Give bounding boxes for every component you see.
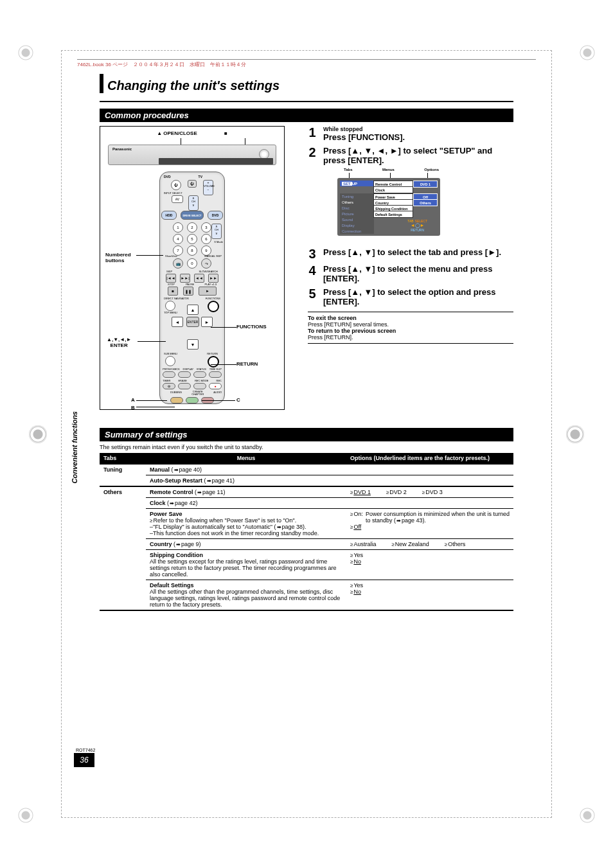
row-others-remote: Others Remote Control (page 11) DVD 1 DV… <box>100 486 513 498</box>
vol-minus: − <box>204 188 213 191</box>
side-section-label: Convenient functions <box>71 411 78 483</box>
create-chapter-button <box>186 397 199 403</box>
prev-body: Press [RETURN]. <box>308 334 353 341</box>
num-6-button: 6 <box>201 234 211 244</box>
tab-tuning: Tuning <box>340 193 374 199</box>
dpad-left: ◄ <box>172 317 183 327</box>
timer-label: TIMER <box>163 379 170 382</box>
crop-mark-br <box>580 808 595 823</box>
timer-button: ⊙ <box>163 383 175 389</box>
status-button <box>193 371 206 378</box>
registration-mark-right <box>566 425 584 443</box>
manual-page-ref: page 40) <box>179 466 202 473</box>
tab-tuning-label: Tuning <box>100 464 146 475</box>
timeslip-label: TIME SLIP <box>209 368 222 371</box>
title-underline <box>100 101 513 102</box>
row-others-shipping: Shipping Condition All the settings exce… <box>100 550 513 580</box>
volume-rocker: + VOLUME − <box>203 180 213 195</box>
exit-title: To exit the screen <box>308 315 357 321</box>
tabs-column-label: Tabs <box>344 168 353 172</box>
dvd-player-illustration: Panasonic <box>108 145 276 165</box>
powersave-note1: Refer to the following when "Power Save"… <box>150 517 296 524</box>
remote-body: DVD TV ⏻ ⏻ + VOLUME − INPUT SELECT <box>159 172 225 404</box>
hdd-button: HDD <box>161 211 177 220</box>
hdr-options: Options (Underlined items are the factor… <box>346 453 513 464</box>
clock-page-ref: page 42) <box>175 500 198 506</box>
front-panel <box>159 158 273 164</box>
submenu-button <box>165 356 175 366</box>
powersave-on-desc: Power consumption is minimized when the … <box>366 511 510 524</box>
row-others-clock: Clock (page 42) <box>100 498 513 509</box>
shipping-no: No <box>353 558 361 565</box>
book-meta-strip: 7462L.book 36 ページ ２００４年３月２４日 水曜日 午前１１時４分 <box>77 59 536 68</box>
num-2-button: 2 <box>187 222 197 233</box>
exit-body: Press [RETURN] several times. <box>308 321 389 328</box>
step-5-text: Press [▲, ▼] to select the option and pr… <box>323 287 513 306</box>
step-2-number: 2 <box>308 146 317 244</box>
c-callout: C <box>236 398 240 403</box>
tab-setup-left: SETUP <box>340 181 374 186</box>
brand-label: Panasonic <box>112 147 132 151</box>
tab-picture: Picture <box>340 211 374 217</box>
step-3-number: 3 <box>308 247 317 260</box>
rec-label: REC <box>217 379 222 382</box>
opt-australia: Australia <box>350 541 376 547</box>
powersave-note2b: page 38). <box>282 524 306 530</box>
dvd-section-label: DVD <box>164 175 171 179</box>
num-4-button: 4 <box>173 234 183 244</box>
menu-remote-control: Remote Control <box>150 489 193 495</box>
directnav-label: DIRECT NAVIGATOR <box>164 297 189 300</box>
num-1-button: 1 <box>173 222 183 233</box>
display-button <box>178 371 191 378</box>
return-callout: RETURN <box>236 362 258 368</box>
menu-shipping: Shipping Condition <box>150 552 203 558</box>
leader-functions <box>211 327 236 328</box>
leader-a <box>136 400 167 401</box>
page-number: 36 <box>73 752 96 768</box>
stop-button: ■ <box>168 287 178 296</box>
drive-select-button: DRIVE SELECT <box>181 211 204 220</box>
rew-button: ◄◄ <box>194 274 204 283</box>
menu-default: Default Settings <box>373 211 413 218</box>
settings-header-row: Tabs Menus Options (Underlined items are… <box>100 453 513 464</box>
ch-rocker-2: ∧ CH ∨ <box>211 224 222 239</box>
opt-nz: New Zealand <box>391 541 429 547</box>
summary-intro: The settings remain intact even if you s… <box>100 441 513 453</box>
tab-disc: Disc <box>340 205 374 211</box>
powersave-note2: –"FL Display" is automatically set to "A… <box>150 524 276 530</box>
title-block-icon <box>100 74 103 93</box>
erase-button <box>178 383 191 389</box>
exit-return-notes: To exit the screen Press [RETURN] severa… <box>308 312 513 344</box>
options-column-label: Options <box>424 168 439 172</box>
eject-icon: ▲ <box>157 130 162 136</box>
audio-label: AUDIO <box>213 391 222 395</box>
menu-clock: Clock <box>373 186 413 193</box>
crop-mark-bl <box>18 808 33 823</box>
skip-label: SKIP <box>166 270 172 273</box>
row-tuning-auto: Auto-Setup Restart (page 41) <box>100 475 513 487</box>
dpad-up: ▲ <box>187 305 199 315</box>
hdr-tabs: Tabs <box>100 453 146 464</box>
leader-enter <box>138 341 166 342</box>
step-1-pretext: While stopped <box>323 126 513 132</box>
num-3-button: 3 <box>201 222 211 233</box>
dpad-right: ► <box>201 317 213 327</box>
slow-label: SLOW/SEARCH <box>199 270 218 273</box>
erase-label: ERASE <box>178 379 187 382</box>
rec-button: ● <box>209 383 222 389</box>
tab-others-label: Others <box>100 486 146 498</box>
ch2-down: ∨ <box>212 231 221 235</box>
default-yes: Yes <box>350 582 363 589</box>
pause-button: ❚❚ <box>183 287 193 296</box>
progcheck-label: PROG/CHECK <box>163 368 180 371</box>
showview-label: ShowView <box>165 254 177 258</box>
functions-callout: FUNCTIONS <box>236 324 267 330</box>
numbered-buttons-callout: Numbered buttons <box>105 252 131 264</box>
row-others-default: Default Settings All the settings other … <box>100 580 513 611</box>
row-others-powersave: Power Save Refer to the following when "… <box>100 509 513 539</box>
opt-others: Others <box>413 199 438 206</box>
step-4-number: 4 <box>308 264 317 283</box>
powersave-on-label: On: <box>350 511 363 524</box>
enter-button: ENTER <box>186 317 199 327</box>
menu-country: Country <box>150 541 172 547</box>
